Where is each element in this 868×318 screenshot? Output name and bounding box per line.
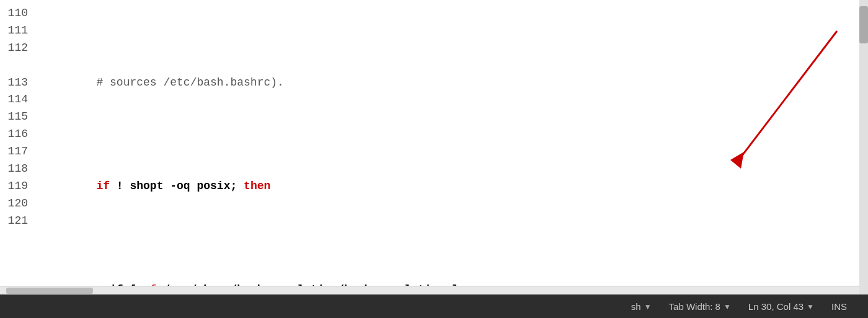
tab-width-label: Tab Width: 8	[669, 301, 720, 312]
code-token: if [	[96, 283, 143, 286]
line-num: 115	[7, 108, 28, 126]
line-num: 118	[7, 161, 28, 178]
language-selector[interactable]: sh ▼	[622, 301, 660, 312]
line-numbers: 110 111 112 113 114 115 116 117 118 119 …	[0, 0, 34, 286]
scrollbar[interactable]	[859, 0, 868, 286]
status-bar: sh ▼ Tab Width: 8 ▼ Ln 30, Col 43 ▼ INS	[0, 294, 868, 318]
code-token: ! shopt -oq posix;	[110, 180, 244, 192]
line-num: 114	[7, 91, 28, 108]
code-token: if	[96, 180, 110, 192]
status-bar-items: sh ▼ Tab Width: 8 ▼ Ln 30, Col 43 ▼ INS	[622, 301, 856, 312]
language-dropdown-icon: ▼	[644, 303, 652, 311]
line-num: 120	[7, 195, 28, 213]
line-num: 121	[7, 213, 28, 230]
code-line-112: if [ -f /usr/share/bash-completion/bash_…	[43, 264, 856, 286]
code-editor[interactable]: # sources /etc/bash.bashrc). if ! shopt …	[34, 0, 868, 286]
line-num: 116	[7, 126, 28, 143]
horizontal-scrollbar-thumb[interactable]	[6, 288, 93, 294]
scrollbar-thumb[interactable]	[859, 6, 868, 43]
code-token: -f	[143, 283, 157, 286]
cursor-position: Ln 30, Col 43 ▼	[740, 301, 823, 312]
editor-area: 110 111 112 113 114 115 116 117 118 119 …	[0, 0, 868, 294]
code-line-111: if ! shopt -oq posix; then	[43, 161, 856, 213]
language-label: sh	[631, 301, 641, 312]
code-token: # sources /etc/bash.bashrc).	[96, 76, 283, 89]
insert-mode: INS	[823, 301, 856, 312]
line-num: 117	[7, 143, 28, 161]
tab-width-dropdown-icon: ▼	[724, 303, 731, 311]
line-num: 110	[7, 5, 28, 22]
tab-width-selector[interactable]: Tab Width: 8 ▼	[660, 301, 740, 312]
line-num	[7, 57, 28, 74]
code-line-110: # sources /etc/bash.bashrc).	[43, 57, 856, 109]
horizontal-scrollbar[interactable]	[0, 286, 868, 294]
line-num: 113	[7, 74, 28, 92]
line-num: 112	[7, 40, 28, 57]
position-label: Ln 30, Col 43	[748, 301, 804, 312]
code-token: /usr/share/bash-completion/bash_completi…	[157, 283, 465, 286]
line-num: 111	[7, 22, 28, 40]
mode-label: INS	[831, 301, 847, 312]
line-num: 119	[7, 178, 28, 195]
code-token: then	[244, 180, 270, 192]
code-container: 110 111 112 113 114 115 116 117 118 119 …	[0, 0, 868, 286]
position-dropdown-icon: ▼	[807, 303, 814, 311]
